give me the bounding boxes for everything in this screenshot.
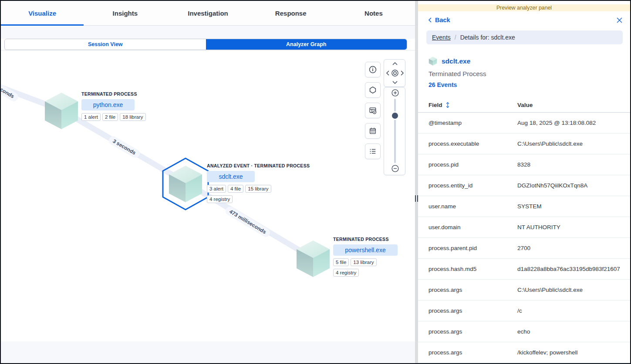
table-row: process.hash.md5 d1a8228a8bba76ac33195db… [418,259,630,280]
table-row: @timestamp Aug 18, 2025 @ 13:18:08.082 [418,113,630,134]
zoom-in-button[interactable] [391,89,399,97]
breadcrumb-current: Details for: sdclt.exe [460,34,515,41]
table-row: process.args /kickoffelev; powershell [418,342,630,363]
process-cube-sdclt[interactable] [168,165,203,203]
process-cube-python[interactable] [44,92,79,130]
visualize-section: Visualize Insights Investigation Respons… [1,1,415,363]
spacer [1,26,415,39]
field-cell: process.pid [418,154,517,175]
field-cell: user.domain [418,217,517,238]
value-cell: d1a8228a8bba76ac33195db983f21607 [517,259,630,280]
events-count-link[interactable]: 26 Events [429,81,630,88]
analyzer-graph-button[interactable]: Analyzer Graph [206,39,407,50]
panel-resizer[interactable] [415,1,418,363]
count-badge: 1 alert [81,113,101,121]
count-badge: 18 library [120,113,145,121]
pan-control [384,59,405,87]
session-view-button[interactable]: Session View [5,39,206,50]
count-badge: 5 file [333,258,349,266]
center-camera-button[interactable] [391,69,399,77]
preview-analyzer-panel: Preview analyzer panel Back Events / Det… [418,1,630,363]
zoom-slider-thumb[interactable] [392,113,398,119]
count-badge: 3 alert [207,185,226,193]
node-title-link[interactable]: sdclt.exe [442,57,470,65]
date-picker-button[interactable] [365,123,381,139]
zoom-out-button[interactable] [391,165,399,172]
breadcrumb-separator: / [455,34,456,41]
node-python: TERMINATED PROCESS python.exe 1 alert 2 … [81,91,158,121]
node-name-pill[interactable]: sdclt.exe [207,171,255,182]
field-cell: process.hash.md5 [418,259,517,280]
chevron-left-icon [428,17,432,23]
back-button[interactable]: Back [428,17,450,23]
fields-table: Field Value [418,99,630,363]
count-badge: 2 file [102,113,118,121]
tab-visualize[interactable]: Visualize [1,1,84,25]
tab-label: Notes [364,10,383,17]
tab-response[interactable]: Response [250,1,332,25]
tab-label: Investigation [188,10,228,17]
zoom-slider-track[interactable] [394,99,396,163]
sort-button[interactable] [445,102,450,108]
tab-label: Insights [113,10,138,17]
value-cell: DGZIotNh57QiilKOxTqn8A [517,175,630,196]
schema-settings-button[interactable] [365,103,381,118]
tab-bar: Visualize Insights Investigation Respons… [1,1,415,26]
close-icon [616,17,623,23]
tab-label: Visualize [28,10,56,17]
node-powershell: TERMINATED PROCESS powershell.exe 5 file… [333,237,398,277]
sort-arrows-icon [445,102,450,108]
field-cell: @timestamp [418,113,517,134]
table-row: user.domain NT AUTHORITY [418,217,630,238]
pan-down-button[interactable] [392,80,398,84]
node-name-pill[interactable]: python.exe [81,99,135,110]
events-list-button[interactable] [365,144,381,159]
node-badges: 1 alert 2 file 18 library [81,113,158,121]
table-row: process.parent.pid 2700 [418,238,630,259]
info-button[interactable] [365,62,381,77]
bottom-spacer [1,341,415,363]
table-row: process.args /c [418,301,630,321]
field-cell: process.args [418,280,517,301]
view-toggle-row: Session View Analyzer Graph [1,39,415,50]
field-cell: process.parent.pid [418,238,517,259]
field-cell: process.args [418,321,517,342]
count-badge: 13 library [351,258,376,266]
zoom-control [384,87,405,175]
node-title-row: sdclt.exe [429,57,630,66]
field-cell: user.name [418,196,517,217]
pan-left-button[interactable] [386,70,390,76]
preview-banner: Preview analyzer panel [418,4,630,11]
pan-right-button[interactable] [400,70,404,76]
tab-investigation[interactable]: Investigation [166,1,249,25]
value-cell: Aug 18, 2025 @ 13:18:08.082 [517,113,630,134]
value-cell: 8328 [517,154,630,175]
field-cell: process.entity_id [418,175,517,196]
node-subtitle: Terminated Process [429,70,630,77]
value-cell: NT AUTHORITY [517,217,630,238]
analyzer-graph-canvas[interactable]: milliseconds 3 seconds 473 milliseconds … [1,50,415,341]
node-kind-label: TERMINATED PROCESS [81,91,158,97]
tab-notes[interactable]: Notes [332,1,415,25]
count-badge: 4 registry [207,195,233,203]
table-row: process.args echo [418,321,630,342]
close-button[interactable] [616,17,623,23]
value-cell: echo [517,321,630,342]
nodes-legend-button[interactable] [365,82,381,98]
tab-label: Response [275,10,307,17]
process-cube-powershell[interactable] [295,240,331,277]
view-toggle-group: Session View Analyzer Graph [4,39,407,50]
breadcrumb-events-link[interactable]: Events [432,34,451,41]
count-badge: 15 library [245,185,271,193]
tab-insights[interactable]: Insights [84,1,166,25]
table-row: process.executable C:\Users\Public\sdclt… [418,134,630,154]
event-list-icon [369,147,377,155]
node-name-pill[interactable]: powershell.exe [333,244,398,256]
resizer-handle-icon[interactable] [412,195,420,202]
node-kind-label: TERMINATED PROCESS [333,237,398,242]
panel-header-row: Back [418,17,630,23]
pan-up-button[interactable] [392,62,398,66]
value-cell: 2700 [517,238,630,259]
table-row: user.name SYSTEM [418,196,630,217]
field-cell: process.args [418,342,517,363]
